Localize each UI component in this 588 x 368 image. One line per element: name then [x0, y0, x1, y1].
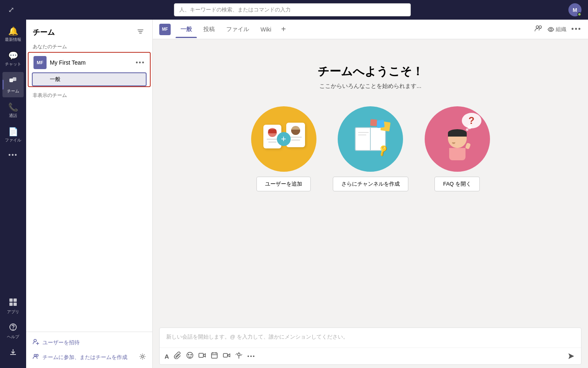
teams-panel-title: チーム [33, 27, 55, 37]
channel-label-general: 一般 [50, 76, 60, 83]
sidebar-item-download[interactable] [2, 345, 24, 361]
sidebar-item-activity[interactable]: 🔔 最新情報 [2, 23, 24, 46]
meet-icon[interactable] [197, 350, 207, 363]
faq-illustration: ? [425, 106, 490, 172]
sidebar-item-apps[interactable]: アプリ [2, 295, 24, 318]
more-icon: ••• [9, 151, 18, 159]
sidebar-item-label-activity: 最新情報 [5, 37, 21, 43]
svg-rect-4 [9, 303, 13, 306]
video-icon[interactable] [221, 350, 232, 363]
invite-users-action[interactable]: ユーザーを招待 [26, 335, 152, 350]
tab-wiki[interactable]: Wiki [256, 21, 276, 38]
expand-icon[interactable]: ⤢ [7, 4, 16, 16]
hidden-teams-label: 非表示のチーム [26, 87, 152, 101]
sidebar-nav: 🔔 最新情報 💬 チャット チーム 📞 通話 📄 ファイル ••• [0, 20, 26, 368]
create-channel-circle: 🔑 [338, 106, 403, 172]
apps-icon [9, 298, 17, 308]
svg-point-18 [539, 26, 541, 28]
search-bar[interactable]: 人、キーワードの検索、またはコマンドの入力 [174, 3, 411, 16]
sidebar-item-label-apps: アプリ [7, 309, 19, 315]
settings-icon[interactable] [139, 353, 146, 361]
sidebar-item-help[interactable]: ヘルプ [2, 320, 24, 343]
channel-item-general[interactable]: 一般 [32, 72, 147, 86]
search-placeholder: 人、キーワードの検索、またはコマンドの入力 [179, 6, 291, 13]
team-name: My First Team [50, 59, 136, 66]
schedule-icon[interactable] [209, 350, 220, 363]
svg-point-11 [34, 339, 36, 342]
add-users-card: + ユーザーを追加 [251, 106, 316, 191]
sidebar-item-label-teams: チーム [7, 88, 19, 94]
channel-tabs-bar: MF 一般 投稿 ファイル Wiki + [153, 20, 588, 39]
svg-line-32 [236, 353, 237, 354]
svg-line-33 [241, 355, 241, 356]
add-users-circle: + [251, 106, 316, 172]
join-create-action[interactable]: チームに参加、またはチームを作成 [26, 350, 152, 365]
send-button[interactable] [565, 350, 578, 363]
emoji-icon[interactable] [185, 350, 195, 363]
welcome-area: チームへようこそ！ ここからいろんなことを始められます... [153, 39, 588, 328]
sidebar-item-teams[interactable]: チーム [2, 72, 24, 97]
teams-panel: チーム あなたのチーム MF My First Team ••• [26, 20, 153, 368]
nav-bottom: アプリ ヘルプ [2, 295, 24, 365]
sidebar-item-calls[interactable]: 📞 通話 [2, 99, 24, 122]
teams-panel-actions [135, 26, 146, 38]
svg-rect-28 [223, 353, 227, 357]
team-item-myfirstteam[interactable]: MF My First Team ••• [29, 53, 150, 72]
add-users-button[interactable]: ユーザーを追加 [256, 177, 311, 191]
your-teams-label: あなたのチーム [26, 42, 152, 52]
message-input-area: 新しい会話を開始します。@ を入力して、誰かにメンションしてください。 A [159, 328, 581, 365]
members-icon[interactable] [535, 24, 543, 34]
svg-point-16 [142, 356, 144, 358]
create-channel-button[interactable]: さらにチャンネルを作成 [333, 177, 408, 191]
faq-button[interactable]: FAQ を開く [434, 177, 480, 191]
top-bar-center: 人、キーワードの検索、またはコマンドの入力 [16, 3, 568, 16]
svg-rect-3 [13, 298, 17, 302]
sidebar-item-files[interactable]: 📄 ファイル [2, 123, 24, 146]
more-options-icon[interactable]: ••• [246, 352, 257, 361]
channel-more-button[interactable]: ••• [571, 25, 581, 34]
calls-icon: 📞 [8, 102, 18, 112]
sidebar-item-label-calls: 通話 [9, 113, 17, 119]
files-icon: 📄 [8, 127, 18, 137]
chat-icon: 💬 [8, 51, 18, 61]
teams-icon [8, 75, 18, 88]
top-bar-left: ⤢ [7, 4, 16, 16]
top-bar: ⤢ 人、キーワードの検索、またはコマンドの入力 M [0, 0, 588, 20]
message-placeholder: 新しい会話を開始します。@ を入力して、誰かにメンションしてください。 [166, 334, 348, 340]
create-channel-illustration: 🔑 [338, 106, 403, 172]
tab-files[interactable]: ファイル [221, 21, 254, 38]
channel-avatar-small: MF [159, 24, 171, 35]
team-more-button[interactable]: ••• [136, 59, 145, 66]
tab-add-button[interactable]: + [278, 21, 289, 37]
faq-card: ? FAQ を開く [425, 106, 490, 191]
svg-rect-24 [212, 353, 217, 358]
help-icon [9, 323, 17, 333]
svg-rect-5 [13, 303, 17, 306]
welcome-title: チームへようこそ！ [318, 64, 423, 79]
activity-icon: 🔔 [8, 26, 18, 36]
invite-label: ユーザーを招待 [42, 339, 80, 346]
panel-bottom: ユーザーを招待 チームに参加、またはチームを作成 [26, 332, 152, 368]
create-channel-card: 🔑 さらにチャンネルを作成 [333, 106, 408, 191]
svg-rect-2 [9, 298, 13, 302]
svg-point-21 [188, 354, 189, 355]
tab-general[interactable]: 一般 [176, 21, 197, 38]
faq-circle: ? [425, 106, 490, 172]
org-button[interactable]: 組織 [548, 26, 566, 33]
top-bar-right: M [568, 3, 581, 16]
tab-posts[interactable]: 投稿 [198, 21, 220, 38]
praise-icon[interactable] [234, 350, 244, 363]
content-area: MF 一般 投稿 ファイル Wiki + [153, 20, 588, 368]
sidebar-item-chat[interactable]: 💬 チャット [2, 47, 24, 70]
sidebar-item-more[interactable]: ••• [2, 148, 24, 162]
user-avatar[interactable]: M [568, 3, 581, 16]
attach-icon[interactable] [172, 350, 183, 363]
svg-rect-23 [199, 353, 203, 357]
message-toolbar: A [160, 348, 581, 364]
svg-point-29 [238, 353, 240, 356]
format-icon[interactable]: A [163, 351, 171, 361]
svg-rect-0 [9, 79, 13, 82]
sidebar-item-label-files: ファイル [5, 137, 21, 143]
filter-button[interactable] [135, 26, 146, 38]
message-input-top[interactable]: 新しい会話を開始します。@ を入力して、誰かにメンションしてください。 [160, 328, 581, 348]
